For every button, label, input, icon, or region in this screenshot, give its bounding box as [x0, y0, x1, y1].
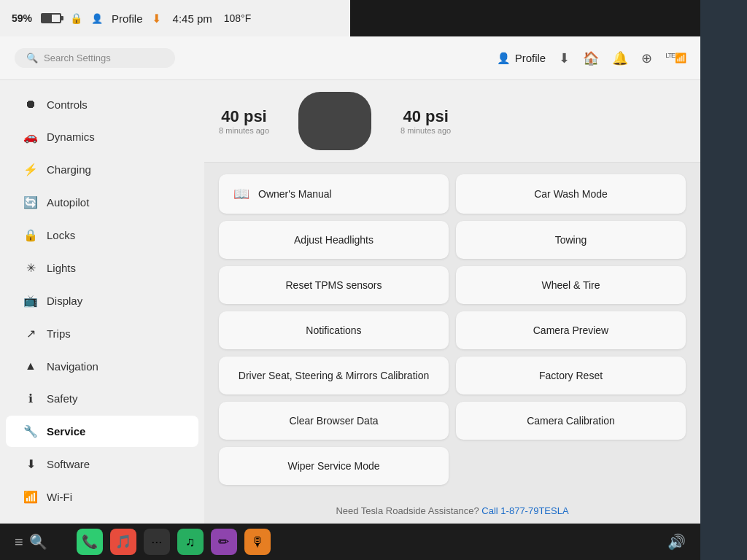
- sidebar-label-service: Service: [47, 425, 85, 438]
- sidebar-icon-safety: ℹ: [23, 392, 38, 405]
- reset-tpms-button[interactable]: Reset TPMS sensors: [219, 266, 449, 304]
- roadside-link[interactable]: Call 1-877-79TESLA: [481, 505, 568, 516]
- battery-icon: [41, 13, 61, 23]
- tire-right-time: 8 minutes ago: [400, 126, 451, 135]
- clear-browser-button[interactable]: Clear Browser Data: [219, 402, 449, 440]
- sidebar-label-dynamics: Dynamics: [47, 131, 95, 143]
- sidebar-label-lights: Lights: [47, 262, 76, 274]
- main-content: 40 psi 8 minutes ago 40 psi 8 minutes ag…: [204, 80, 700, 524]
- status-bar: 59% 🔒 👤 Profile ⬇ 4:45 pm 108°F: [0, 0, 350, 36]
- sidebar-icon-wifi: 📶: [23, 490, 38, 504]
- right-background: [700, 0, 747, 560]
- sidebar-icon-charging: ⚡: [23, 163, 38, 176]
- taskbar-apps: 📞🎵···♫✏🎙: [77, 529, 271, 555]
- sidebar-item-charging[interactable]: ⚡ Charging: [6, 154, 198, 185]
- nav-profile[interactable]: 👤 Profile: [497, 52, 546, 65]
- taskbar-app-more[interactable]: ···: [144, 529, 170, 555]
- sidebar: ⏺ Controls 🚗 Dynamics ⚡ Charging 🔄 Autop…: [0, 80, 204, 524]
- towing-button[interactable]: Towing: [456, 221, 686, 259]
- taskbar: ≡ 🔍 📞🎵···♫✏🎙 🔊: [0, 524, 700, 560]
- search-placeholder: Search Settings: [44, 52, 111, 63]
- sidebar-label-wifi: Wi-Fi: [47, 491, 72, 503]
- sidebar-icon-navigation: ▲: [23, 359, 38, 373]
- sidebar-label-software: Software: [47, 458, 90, 470]
- sidebar-label-display: Display: [47, 295, 82, 307]
- sidebar-icon-locks: 🔒: [23, 228, 38, 242]
- tesla-screen: 🔍 Search Settings 👤 Profile ⬇ 🏠 🔔 ⊕ LTE📶…: [0, 36, 700, 560]
- top-nav: 🔍 Search Settings 👤 Profile ⬇ 🏠 🔔 ⊕ LTE📶: [0, 36, 700, 80]
- sidebar-icon-service: 🔧: [23, 424, 38, 438]
- sidebar-item-autopilot[interactable]: 🔄 Autopilot: [6, 187, 198, 218]
- taskbar-app-phone[interactable]: 📞: [77, 529, 103, 555]
- wheel-tire-button[interactable]: Wheel & Tire: [456, 266, 686, 304]
- battery-percentage: 59%: [12, 12, 32, 24]
- sidebar-item-locks[interactable]: 🔒 Locks: [6, 219, 198, 251]
- wiper-service-button[interactable]: Wiper Service Mode: [219, 447, 449, 485]
- sidebar-label-navigation: Navigation: [47, 360, 98, 373]
- nav-profile-icon: 👤: [497, 52, 511, 65]
- nav-icons: 👤 Profile ⬇ 🏠 🔔 ⊕ LTE📶: [497, 50, 686, 66]
- sidebar-item-dynamics[interactable]: 🚗 Dynamics: [6, 121, 198, 152]
- equalizer-icon[interactable]: ≡: [15, 534, 23, 551]
- camera-preview-button[interactable]: Camera Preview: [456, 311, 686, 349]
- search-icon: 🔍: [26, 52, 38, 63]
- sidebar-icon-autopilot: 🔄: [23, 195, 38, 209]
- tire-right-info: 40 psi 8 minutes ago: [400, 107, 451, 135]
- taskbar-app-spotify[interactable]: ♫: [177, 529, 204, 555]
- sidebar-icon-trips: ↗: [23, 327, 38, 341]
- nav-profile-label: Profile: [515, 52, 546, 64]
- taskbar-search-icon[interactable]: 🔍: [29, 533, 47, 551]
- roadside-bar: Need Tesla Roadside Assistance? Call 1-8…: [204, 497, 700, 524]
- book-icon: 📖: [233, 186, 249, 202]
- sidebar-icon-display: 📺: [23, 294, 38, 308]
- notifications-button[interactable]: Notifications: [219, 311, 449, 349]
- sidebar-label-charging: Charging: [47, 163, 91, 176]
- sidebar-item-service[interactable]: 🔧 Service: [6, 416, 198, 447]
- tire-left-psi: 40 psi: [221, 107, 266, 126]
- search-box[interactable]: 🔍 Search Settings: [15, 48, 175, 68]
- driver-seat-button[interactable]: Driver Seat, Steering & Mirrors Calibrat…: [219, 357, 449, 394]
- roadside-text: Need Tesla Roadside Assistance?: [336, 505, 479, 516]
- sidebar-icon-software: ⬇: [23, 457, 38, 471]
- sidebar-label-controls: Controls: [47, 98, 88, 111]
- taskbar-left: ≡ 🔍: [15, 533, 47, 551]
- status-profile-label: Profile: [112, 12, 143, 25]
- camera-calibration-button[interactable]: Camera Calibration: [456, 402, 686, 440]
- tire-section: 40 psi 8 minutes ago 40 psi 8 minutes ag…: [204, 80, 700, 163]
- adjust-headlights-button[interactable]: Adjust Headlights: [219, 221, 449, 259]
- sidebar-icon-dynamics: 🚗: [23, 130, 38, 144]
- nav-bluetooth-icon: ⊕: [641, 50, 652, 66]
- car-top-view: [298, 92, 371, 150]
- factory-reset-button[interactable]: Factory Reset: [456, 357, 686, 394]
- sidebar-icon-controls: ⏺: [23, 98, 38, 111]
- tire-left-time: 8 minutes ago: [219, 126, 269, 135]
- nav-bell-icon: 🔔: [612, 50, 628, 66]
- status-temp: 108°F: [224, 12, 252, 24]
- taskbar-app-audio[interactable]: 🎵: [110, 529, 136, 555]
- profile-person-icon: 👤: [91, 13, 103, 24]
- car-wash-mode-button[interactable]: Car Wash Mode: [456, 174, 686, 214]
- tire-right-psi: 40 psi: [403, 107, 448, 126]
- sidebar-label-autopilot: Autopilot: [47, 196, 89, 209]
- nav-garage-icon: 🏠: [583, 50, 599, 66]
- sidebar-item-software[interactable]: ⬇ Software: [6, 448, 198, 480]
- nav-download-icon: ⬇: [559, 50, 570, 66]
- sidebar-label-trips: Trips: [47, 327, 71, 340]
- volume-icon[interactable]: 🔊: [667, 533, 686, 551]
- sidebar-item-controls[interactable]: ⏺ Controls: [6, 89, 198, 120]
- tire-left-info: 40 psi 8 minutes ago: [219, 107, 269, 135]
- download-arrow-icon: ⬇: [152, 12, 161, 26]
- sidebar-label-safety: Safety: [47, 392, 78, 405]
- nav-signal-icon: LTE📶: [665, 52, 686, 63]
- taskbar-app-pen[interactable]: ✏: [211, 529, 237, 555]
- sidebar-item-display[interactable]: 📺 Display: [6, 285, 198, 316]
- sidebar-item-navigation[interactable]: ▲ Navigation: [6, 351, 198, 381]
- owners-manual-button[interactable]: 📖Owner's Manual: [219, 174, 449, 214]
- sidebar-item-lights[interactable]: ✳ Lights: [6, 252, 198, 284]
- battery-fill: [42, 15, 52, 22]
- sidebar-item-trips[interactable]: ↗ Trips: [6, 318, 198, 349]
- taskbar-app-podcast[interactable]: 🎙: [244, 529, 271, 555]
- sidebar-item-safety[interactable]: ℹ Safety: [6, 383, 198, 414]
- lock-icon: 🔒: [70, 12, 82, 24]
- sidebar-item-wifi[interactable]: 📶 Wi-Fi: [6, 481, 198, 513]
